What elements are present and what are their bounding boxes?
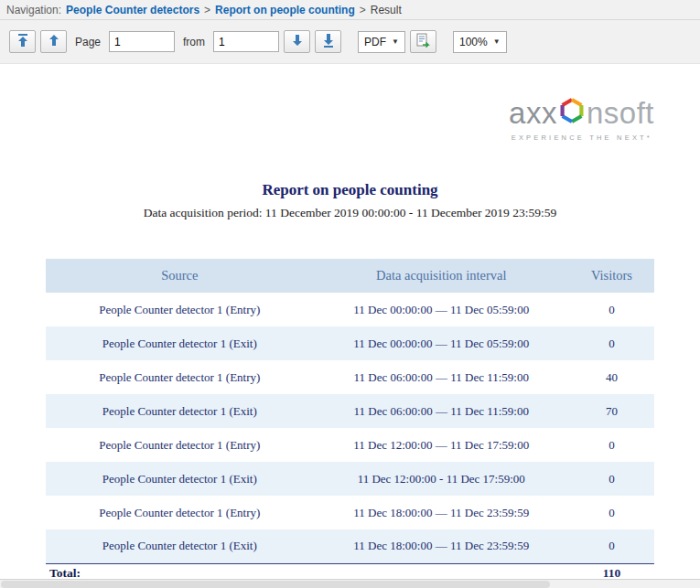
report-period: Data acquisition period: 11 December 201…: [0, 206, 700, 220]
cell-interval: 11 Dec 06:00:00 — 11 Dec 11:59:00: [314, 394, 569, 428]
cell-source: People Counter detector 1 (Entry): [46, 496, 314, 529]
table-row: People Counter detector 1 (Entry) 11 Dec…: [46, 360, 654, 394]
arrow-up-icon: [48, 34, 59, 49]
cell-source: People Counter detector 1 (Exit): [46, 394, 314, 428]
cell-source: People Counter detector 1 (Entry): [46, 360, 314, 394]
next-page-button[interactable]: [284, 30, 310, 53]
cell-interval: 11 Dec 00:00:00 — 11 Dec 05:59:00: [314, 293, 569, 326]
horizontal-scrollbar[interactable]: [0, 579, 700, 588]
horizontal-scrollbar-thumb[interactable]: [1, 581, 550, 588]
total-pages-input[interactable]: [213, 31, 279, 52]
cell-visitors: 70: [569, 394, 654, 428]
chevron-down-icon: ▼: [493, 37, 501, 46]
breadcrumb-link-detectors[interactable]: People Counter detectors: [66, 4, 199, 16]
last-page-button[interactable]: [315, 30, 341, 53]
report-table: Source Data acquisition interval Visitor…: [46, 259, 654, 583]
column-header-interval: Data acquisition interval: [314, 259, 569, 293]
cell-visitors: 0: [569, 326, 654, 360]
arrow-down-icon: [292, 34, 303, 49]
logo-tagline: EXPERIENCE THE NEXT*: [509, 134, 654, 142]
chevron-down-icon: ▼: [392, 37, 399, 46]
report-toolbar: Page from PDF ▼ 100% ▼: [0, 20, 700, 64]
page-label: Page: [75, 36, 101, 48]
table-header-row: Source Data acquisition interval Visitor…: [46, 259, 654, 293]
previous-page-button[interactable]: [40, 30, 67, 53]
report-page: axx nsoft EXPERIENCE THE NEXT* Report on…: [0, 64, 700, 579]
zoom-value: 100%: [459, 36, 488, 48]
export-icon: [415, 33, 430, 50]
breadcrumb-current: Result: [371, 4, 402, 16]
cell-source: People Counter detector 1 (Exit): [46, 326, 314, 360]
from-label: from: [183, 36, 205, 48]
cell-source: People Counter detector 1 (Entry): [46, 293, 314, 326]
cell-interval: 11 Dec 00:00:00 — 11 Dec 05:59:00: [314, 326, 569, 360]
first-page-button[interactable]: [9, 30, 36, 53]
cell-visitors: 0: [569, 529, 654, 563]
hexagon-logo-icon: [557, 97, 587, 129]
table-row: People Counter detector 1 (Exit) 11 Dec …: [46, 326, 654, 360]
axxonsoft-logo: axx nsoft EXPERIENCE THE NEXT*: [509, 97, 654, 142]
cell-source: People Counter detector 1 (Exit): [46, 529, 314, 563]
cell-visitors: 40: [569, 360, 654, 394]
breadcrumb: Navigation: People Counter detectors > R…: [0, 0, 700, 20]
cell-visitors: 0: [569, 462, 654, 496]
navigation-label: Navigation:: [6, 4, 61, 16]
cell-visitors: 0: [569, 428, 654, 462]
table-row: People Counter detector 1 (Exit) 11 Dec …: [46, 462, 654, 496]
table-row: People Counter detector 1 (Entry) 11 Dec…: [46, 496, 654, 529]
table-row: People Counter detector 1 (Entry) 11 Dec…: [46, 293, 654, 326]
table-row: People Counter detector 1 (Entry) 11 Dec…: [46, 428, 654, 462]
column-header-visitors: Visitors: [569, 259, 654, 293]
cell-source: People Counter detector 1 (Exit): [46, 462, 314, 496]
last-page-icon: [323, 34, 334, 50]
export-format-value: PDF: [364, 36, 386, 48]
page-number-input[interactable]: [109, 31, 175, 52]
cell-interval: 11 Dec 12:00:00 — 11 Dec 17:59:00: [314, 428, 569, 462]
table-row: People Counter detector 1 (Exit) 11 Dec …: [46, 394, 654, 428]
first-page-icon: [17, 34, 28, 50]
cell-visitors: 0: [569, 496, 654, 529]
cell-visitors: 0: [569, 293, 654, 326]
export-button[interactable]: [410, 30, 436, 53]
cell-interval: 11 Dec 06:00:00 — 11 Dec 11:59:00: [314, 360, 569, 394]
export-format-select[interactable]: PDF ▼: [358, 31, 405, 53]
cell-source: People Counter detector 1 (Entry): [46, 428, 314, 462]
cell-interval: 11 Dec 18:00:00 — 11 Dec 23:59:59: [314, 529, 569, 563]
logo-text-left: axx: [509, 98, 557, 128]
report-table-body: People Counter detector 1 (Entry) 11 Dec…: [46, 293, 654, 563]
breadcrumb-separator: >: [204, 4, 210, 16]
column-header-source: Source: [46, 259, 314, 293]
breadcrumb-separator: >: [360, 4, 366, 16]
zoom-select[interactable]: 100% ▼: [453, 31, 507, 53]
logo-text-right: nsoft: [587, 98, 654, 128]
table-row: People Counter detector 1 (Exit) 11 Dec …: [46, 529, 654, 563]
breadcrumb-link-report[interactable]: Report on people counting: [215, 4, 355, 16]
cell-interval: 11 Dec 18:00:00 — 11 Dec 23:59:59: [314, 496, 569, 529]
cell-interval: 11 Dec 12:00:00 - 11 Dec 17:59:00: [314, 462, 569, 496]
